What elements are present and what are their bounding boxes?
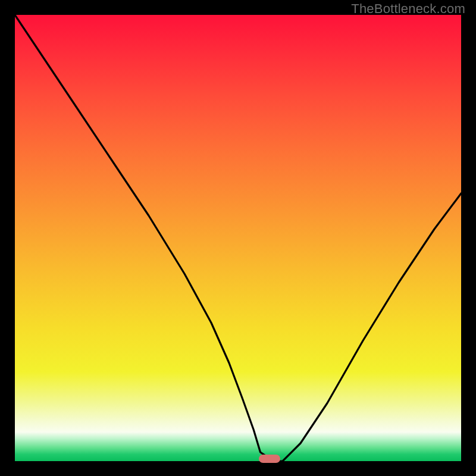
optimal-zone-marker bbox=[259, 455, 280, 463]
bottleneck-curve-path bbox=[15, 15, 461, 461]
bottleneck-curve-svg bbox=[15, 15, 461, 461]
chart-frame: TheBottleneck.com bbox=[0, 0, 476, 476]
plot-area bbox=[15, 15, 461, 461]
